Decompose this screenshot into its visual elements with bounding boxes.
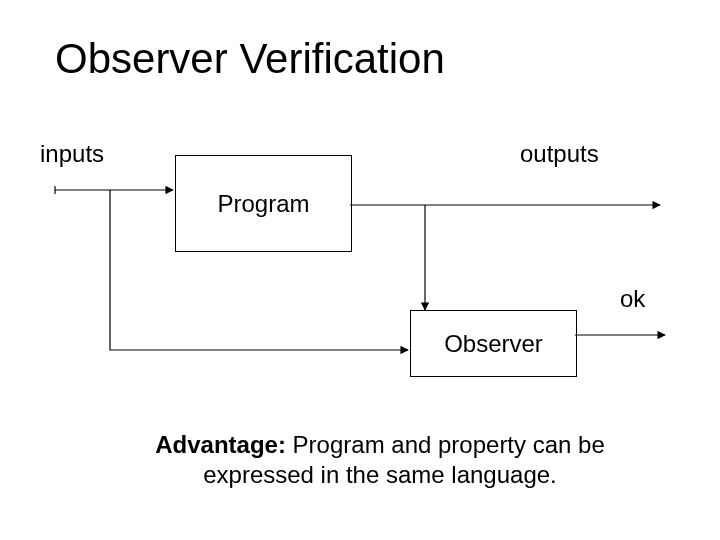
arrow-inputs-to-program (55, 186, 173, 194)
advantage-text: Advantage: Program and property can be e… (100, 430, 660, 490)
arrow-inputs-branch-to-observer (110, 190, 408, 350)
advantage-lead: Advantage: (155, 431, 286, 458)
